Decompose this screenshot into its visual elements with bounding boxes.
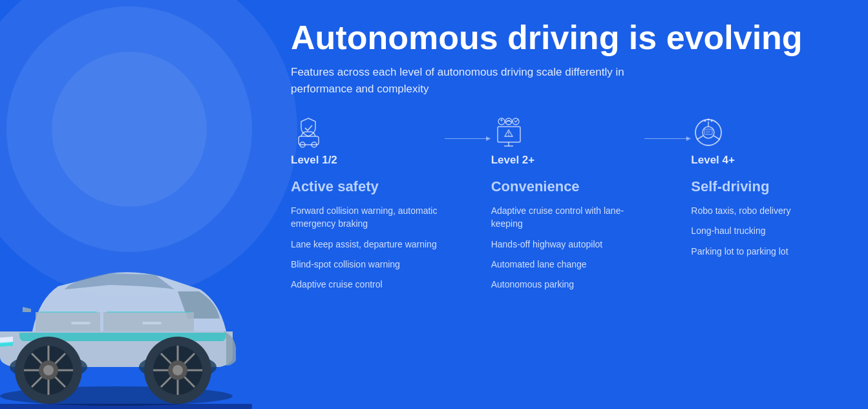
level-4-plus-label: Level 4+ (691, 154, 735, 167)
svg-rect-23 (0, 404, 252, 409)
feature-item: Blind-spot collision warning (291, 258, 442, 271)
feature-item: Long-haul trucking (691, 224, 842, 237)
svg-point-29 (513, 118, 519, 125)
level-2-plus-header: Level 2+ (491, 115, 642, 167)
svg-point-41 (708, 119, 710, 121)
level-1-2-label: Level 1/2 (291, 154, 337, 167)
feature-item: Autonomous parking (491, 278, 642, 291)
level-2-plus-icon-group: Level 2+ (491, 115, 535, 167)
level-4-plus-features: Robo taxis, robo delivery Long-haul truc… (691, 204, 842, 265)
level-2-plus-block: Level 2+ Convenience Adaptive cruise con… (491, 115, 642, 298)
feature-item: Adaptive cruise control (291, 278, 442, 291)
svg-point-32 (508, 134, 509, 136)
level-1-2-category: Active safety (291, 178, 442, 195)
feature-item: Parking lot to parking lot (691, 245, 842, 258)
svg-point-11 (43, 365, 54, 375)
svg-rect-24 (299, 136, 319, 145)
feature-item: Forward collision warning, automatic eme… (291, 204, 442, 231)
page-subtitle: Features across each level of autonomous… (291, 64, 679, 97)
page-title: Autonomous driving is evolving (291, 19, 842, 56)
level-2-plus-features: Adaptive cruise control with lane-keepin… (491, 204, 642, 298)
level-4-plus-category: Self-driving (691, 178, 842, 195)
car-shield-icon (291, 115, 326, 151)
svg-point-42 (711, 120, 713, 122)
svg-rect-30 (498, 127, 520, 142)
level-1-2-header: Level 1/2 (291, 115, 442, 167)
svg-rect-21 (71, 322, 90, 324)
feature-item: Automated lane change (491, 258, 642, 271)
level-2-plus-category: Convenience (491, 178, 642, 195)
steering-wheel-icon (691, 115, 726, 151)
level-4-plus-block: Level 4+ Self-driving Robo taxis, robo d… (691, 115, 842, 265)
feature-item: Lane keep assist, departure warning (291, 238, 442, 251)
level-1-2-icon-group: Level 1/2 (291, 115, 337, 167)
main-content: Autonomous driving is evolving Features … (271, 0, 868, 409)
feature-item: Adaptive cruise control with lane-keepin… (491, 204, 642, 231)
svg-line-39 (714, 136, 720, 140)
car-illustration (0, 163, 252, 409)
feature-item: Hands-off highway autopilot (491, 238, 642, 251)
level-4-plus-icon-group: Level 4+ (691, 115, 735, 167)
level-2-plus-label: Level 2+ (491, 154, 535, 167)
svg-rect-43 (704, 129, 712, 134)
feature-item: Robo taxis, robo delivery (691, 204, 842, 217)
screen-sensors-icon (491, 115, 527, 151)
level-4-plus-header: Level 4+ (691, 115, 842, 167)
svg-point-40 (704, 120, 706, 122)
svg-point-20 (173, 365, 183, 375)
levels-container: Level 1/2 Active safety Forward collisio… (291, 115, 842, 298)
svg-rect-22 (142, 322, 162, 324)
level-1-2-block: Level 1/2 Active safety Forward collisio… (291, 115, 442, 298)
svg-line-38 (697, 136, 703, 140)
level-1-2-features: Forward collision warning, automatic eme… (291, 204, 442, 298)
